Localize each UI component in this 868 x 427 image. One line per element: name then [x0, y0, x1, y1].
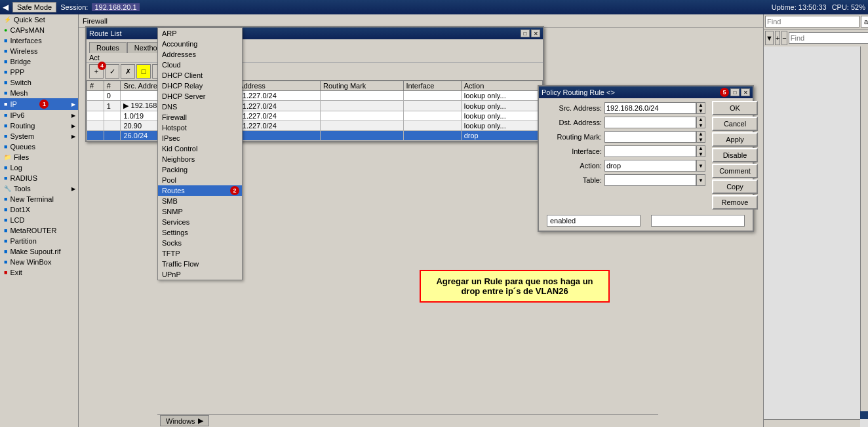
submenu-snmp[interactable]: SNMP — [158, 206, 242, 217]
far-right-find-input[interactable] — [765, 16, 859, 28]
sidebar-item-radius[interactable]: ■ RADIUS — [0, 173, 78, 183]
sidebar-item-files[interactable]: 📁 Files — [0, 152, 78, 162]
submenu-pool[interactable]: Pool — [158, 175, 242, 185]
submenu-upnp[interactable]: UPnP — [158, 269, 242, 280]
action-input[interactable] — [604, 160, 696, 172]
sidebar-item-queues[interactable]: ■ Queues — [0, 141, 78, 152]
sidebar-item-dot1x[interactable]: ■ Dot1X — [0, 204, 78, 215]
sidebar-item-routing[interactable]: ■ Routing — [0, 121, 78, 131]
sidebar-item-bridge[interactable]: ■ Bridge — [0, 56, 78, 67]
sidebar-item-label: RADIUS — [10, 174, 37, 182]
check-btn[interactable]: ✓ — [105, 64, 119, 79]
table-row-selected[interactable]: 26.0/24 drop — [87, 131, 543, 141]
submenu-packing[interactable]: Packing — [158, 164, 242, 175]
far-right-scrollbar-h[interactable] — [764, 419, 860, 427]
submenu-neighbors[interactable]: Neighbors — [158, 154, 242, 164]
sidebar-item-makesupout[interactable]: ■ Make Supout.rif — [0, 246, 78, 257]
policy-restore-btn[interactable]: □ — [730, 88, 740, 96]
submenu-services[interactable]: Services — [158, 217, 242, 227]
submenu-firewall[interactable]: Firewall — [158, 112, 242, 122]
windows-item[interactable]: Windows ▶ — [160, 415, 209, 426]
cancel-button[interactable]: Cancel — [712, 117, 758, 131]
sidebar-item-interfaces[interactable]: ■ Interfaces — [0, 35, 78, 46]
submenu-routes[interactable]: Routes 2 — [158, 185, 242, 196]
sidebar-item-metarouter[interactable]: ■ MetaROUTER — [0, 225, 78, 236]
sidebar-item-tools[interactable]: 🔧 Tools — [0, 183, 78, 194]
far-right-find-input2[interactable] — [789, 32, 868, 44]
sidebar-item-partition[interactable]: ■ Partition — [0, 236, 78, 246]
sidebar-item-quickset[interactable]: ⚡ Quick Set — [0, 14, 78, 25]
ipv6-icon: ■ — [4, 112, 7, 119]
ok-button[interactable]: OK — [712, 101, 758, 115]
route-list-close-btn[interactable]: ✕ — [531, 29, 540, 37]
policy-close-btn[interactable]: ✕ — [741, 88, 750, 96]
far-right-add-btn[interactable]: + — [775, 31, 780, 45]
disable-button[interactable]: Disable — [712, 148, 758, 162]
table-row[interactable]: 1.0/19 172.31.227.0/24 lookup only... — [87, 111, 543, 121]
table-dropdown[interactable]: ▼ — [696, 174, 705, 186]
sidebar-item-switch[interactable]: ■ Switch — [0, 77, 78, 88]
safe-mode-button[interactable]: Safe Mode — [12, 2, 56, 12]
back-icon[interactable]: ◀ — [3, 3, 9, 12]
sidebar-item-mesh[interactable]: ■ Mesh — [0, 88, 78, 98]
submenu-accounting[interactable]: Accounting — [158, 39, 242, 49]
far-right-scrollbar-v[interactable] — [860, 46, 868, 414]
sidebar-item-ipv6[interactable]: ■ IPv6 — [0, 110, 78, 121]
src-address-input[interactable] — [604, 102, 696, 114]
routing-mark-dropdown[interactable]: ▲▼ — [696, 131, 705, 143]
sidebar-item-newterminal[interactable]: ■ New Terminal — [0, 194, 78, 204]
interface-input[interactable] — [604, 145, 696, 157]
comment-button[interactable]: Comment — [712, 164, 758, 178]
routing-mark-input[interactable] — [604, 131, 696, 143]
dst-address-input[interactable] — [604, 117, 696, 128]
table-row[interactable]: 20.90 172.31.227.0/24 lookup only... — [87, 121, 543, 131]
submenu-settings[interactable]: Settings — [158, 227, 242, 238]
submenu-dhcpclient[interactable]: DHCP Client — [158, 70, 242, 81]
tab-routes[interactable]: Routes — [89, 42, 127, 53]
submenu-ipsec[interactable]: IPsec — [158, 133, 242, 143]
submenu-smb[interactable]: SMB — [158, 196, 242, 206]
far-right-scroll-corner — [860, 411, 868, 419]
copy-button[interactable]: Copy — [712, 179, 758, 194]
remove-button[interactable]: Remove — [712, 195, 758, 210]
submenu-dns[interactable]: DNS — [158, 102, 242, 112]
sidebar-item-lcd[interactable]: ■ LCD — [0, 215, 78, 225]
submenu-hotspot[interactable]: Hotspot — [158, 122, 242, 133]
far-right-all-select[interactable]: all — [861, 16, 868, 28]
sidebar-item-capsman[interactable]: ● CAPsMAN — [0, 25, 78, 35]
remove-btn[interactable]: ✗ — [121, 64, 135, 79]
submenu-trafficflow[interactable]: Traffic Flow — [158, 259, 242, 269]
sidebar-item-label: Dot1X — [10, 206, 30, 214]
log-icon: ■ — [4, 164, 7, 171]
submenu-dhcprelay[interactable]: DHCP Relay — [158, 81, 242, 91]
apply-button[interactable]: Apply — [712, 132, 758, 147]
submenu-cloud[interactable]: Cloud — [158, 60, 242, 70]
submenu-addresses[interactable]: Addresses — [158, 49, 242, 60]
sidebar-item-exit[interactable]: ■ Exit — [0, 267, 78, 278]
sidebar-item-wireless[interactable]: ■ Wireless — [0, 46, 78, 56]
policy-titlebar-buttons: 5 □ ✕ — [720, 88, 750, 97]
submenu-dhcpserver[interactable]: DHCP Server — [158, 91, 242, 102]
submenu-arp[interactable]: ARP — [158, 28, 242, 39]
sidebar-item-newwinbox[interactable]: ■ New WinBox — [0, 257, 78, 267]
src-address-dropdown[interactable]: ▲▼ — [696, 102, 705, 114]
table-row[interactable]: 0 172.31.227.0/24 lookup only... — [87, 91, 543, 101]
far-right-remove-btn[interactable]: − — [781, 31, 787, 45]
route-list-restore-btn[interactable]: □ — [521, 29, 530, 37]
add-rule-btn[interactable]: + 4 — [89, 64, 104, 79]
sidebar-item-log[interactable]: ■ Log — [0, 162, 78, 173]
table-row[interactable]: 1 ▶ 192.168.20.90 172.31.227.0/24 lookup… — [87, 101, 543, 111]
submenu-socks[interactable]: Socks — [158, 238, 242, 248]
tools-icon: 🔧 — [4, 185, 11, 192]
interface-dropdown[interactable]: ▲▼ — [696, 145, 705, 157]
table-input[interactable] — [604, 174, 696, 186]
sidebar-item-ppp[interactable]: ■ PPP — [0, 67, 78, 77]
highlight-btn[interactable]: □ — [136, 64, 151, 79]
sidebar-item-system[interactable]: ■ System — [0, 131, 78, 141]
submenu-kidcontrol[interactable]: Kid Control — [158, 143, 242, 154]
action-dropdown[interactable]: ▼ — [696, 160, 705, 172]
submenu-tftp[interactable]: TFTP — [158, 248, 242, 259]
sidebar-item-ip[interactable]: ■ IP 1 — [0, 98, 78, 110]
dst-address-dropdown[interactable]: ▲▼ — [696, 117, 705, 128]
far-right-down-btn[interactable]: ▼ — [765, 31, 774, 45]
